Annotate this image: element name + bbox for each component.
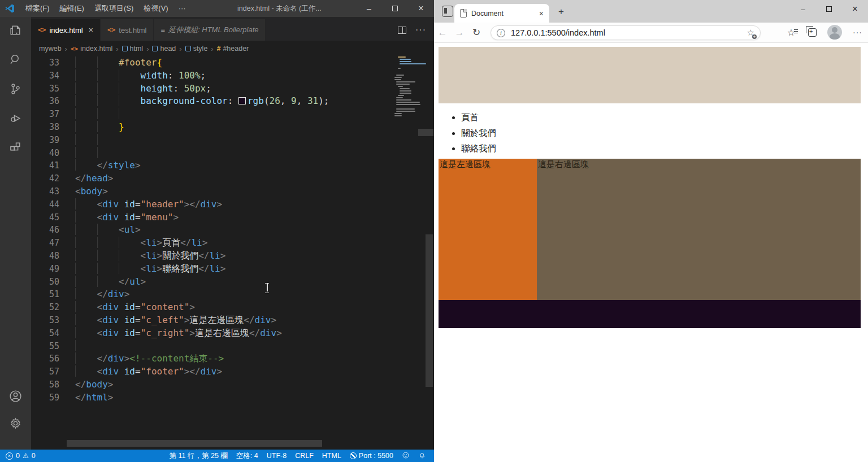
code-line[interactable]: 36background-color: rgb(26, 9, 31); (31, 95, 434, 108)
feedback-icon[interactable] (402, 451, 410, 461)
code-line[interactable]: 47<li>頁首</li> (31, 237, 434, 250)
add-favorite-icon[interactable]: ☆ (747, 28, 754, 38)
tab-actions-icon[interactable] (442, 6, 453, 17)
code-editor[interactable]: 33#footer{34width: 100%;35height: 50px;3… (31, 56, 434, 450)
code-line[interactable]: 41</style> (31, 159, 434, 172)
status-item[interactable]: 空格: 4 (236, 451, 258, 461)
browser-tab[interactable]: Document × (454, 4, 549, 23)
line-number: 39 (31, 134, 59, 147)
indent-guide (97, 276, 119, 287)
code-line[interactable]: 54<div id="c_right">這是右邊區塊</div> (31, 327, 434, 340)
menu-item[interactable]: 檢視(V) (138, 0, 173, 17)
editor-tab[interactable]: <>test.html (101, 19, 154, 41)
url-text[interactable]: 127.0.0.1:5500/index.html (511, 28, 605, 37)
code-line[interactable]: 55 (31, 340, 434, 353)
code-line[interactable]: 35height: 50px; (31, 82, 434, 95)
accounts-icon[interactable] (8, 389, 23, 403)
status-item[interactable]: 第 11 行，第 25 欄 (170, 451, 228, 461)
reload-icon[interactable]: ↻ (468, 27, 485, 38)
code-token: div (102, 328, 119, 338)
code-line[interactable]: 52<div id="content"> (31, 301, 434, 314)
favorites-icon[interactable]: ☆ (787, 27, 795, 38)
breadcrumb-item[interactable]: style (185, 45, 208, 53)
breadcrumb-item[interactable]: ##header (217, 45, 249, 53)
menu-item[interactable]: 檔案(F) (20, 0, 55, 17)
status-item[interactable]: CRLF (295, 452, 314, 460)
warnings-count[interactable]: 0 (32, 452, 36, 460)
indent-guide (97, 250, 119, 261)
editor-tab[interactable]: <>index.html× (31, 19, 101, 41)
browser-minimize-button[interactable]: – (790, 0, 816, 18)
site-info-icon[interactable]: i (497, 29, 505, 37)
editor-more-actions-icon[interactable]: ··· (415, 25, 426, 35)
search-icon[interactable] (8, 52, 23, 67)
extensions-icon[interactable] (8, 140, 23, 155)
back-icon[interactable]: ← (434, 27, 451, 38)
split-editor-icon[interactable] (398, 27, 406, 34)
tab-close-icon[interactable]: × (539, 9, 544, 18)
code-line[interactable]: 37 (31, 108, 434, 121)
profile-avatar[interactable] (827, 25, 842, 40)
code-line[interactable]: 33#footer{ (31, 56, 434, 69)
status-item[interactable]: HTML (322, 452, 341, 460)
code-line[interactable]: 42</head> (31, 172, 434, 185)
code-token: id (124, 366, 135, 377)
rendered-page: 頁首關於我們聯絡我們 這是左邊區塊 這是右邊區塊 (434, 43, 868, 462)
tab-close-icon[interactable]: × (89, 25, 93, 34)
code-line[interactable]: 44<div id="header"></div> (31, 198, 434, 211)
code-line[interactable]: 51</div> (31, 288, 434, 301)
code-token: > (202, 237, 208, 248)
collections-icon[interactable] (808, 28, 817, 37)
code-token (119, 328, 124, 338)
code-line[interactable]: 50</ul> (31, 276, 434, 289)
code-line[interactable]: 38} (31, 121, 434, 134)
code-line[interactable]: 43<body> (31, 185, 434, 198)
notifications-bell-icon[interactable] (418, 451, 426, 461)
code-line[interactable]: 57<div id="footer"></div> (31, 365, 434, 378)
status-item[interactable]: UTF-8 (267, 452, 287, 460)
breadcrumb-item[interactable]: <>index.html (71, 45, 112, 53)
code-line[interactable]: 48<li>關於我們</li> (31, 250, 434, 263)
address-bar[interactable]: i 127.0.0.1:5500/index.html ☆ (491, 25, 761, 40)
live-server-port[interactable]: Port : 5500 (350, 452, 393, 460)
code-line[interactable]: 58</body> (31, 378, 434, 391)
forward-icon[interactable]: → (451, 27, 468, 38)
menu-item[interactable]: 選取項目(S) (89, 0, 138, 17)
code-line[interactable]: 46<ul> (31, 224, 434, 237)
new-tab-button[interactable]: + (555, 6, 567, 18)
code-line[interactable]: 56</div><!--content結束--> (31, 352, 434, 365)
explorer-icon[interactable] (8, 23, 23, 37)
maximize-button[interactable] (382, 0, 408, 17)
settings-gear-icon[interactable] (8, 416, 23, 430)
browser-maximize-button[interactable] (816, 0, 842, 18)
code-line[interactable]: 39 (31, 134, 434, 147)
minimap[interactable] (394, 56, 424, 164)
code-line[interactable]: 45<div id="menu"> (31, 211, 434, 224)
minimap-slider[interactable] (418, 129, 433, 136)
browser-close-button[interactable]: × (842, 0, 868, 18)
menu-item[interactable]: ··· (173, 0, 191, 17)
breadcrumb-item[interactable]: head (152, 45, 176, 53)
breadcrumb-item[interactable]: myweb (39, 45, 62, 53)
vertical-scrollbar[interactable] (426, 234, 433, 387)
code-token: : (168, 70, 179, 81)
code-token: body (81, 186, 103, 197)
code-line[interactable]: 53<div id="c_left">這是左邊區塊</div> (31, 314, 434, 327)
errors-count[interactable]: 0 (16, 452, 20, 460)
code-line[interactable]: 40 (31, 147, 434, 160)
code-token: div (108, 289, 124, 299)
code-line[interactable]: 59</html> (31, 391, 434, 404)
code-line[interactable]: 49<li>聯絡我們</li> (31, 263, 434, 276)
browser-more-icon[interactable]: ··· (853, 28, 862, 37)
editor-tab[interactable]: ≡延伸模組: HTML Boilerplate (154, 19, 266, 41)
source-control-icon[interactable] (8, 81, 23, 96)
code-line[interactable]: 34width: 100%; (31, 69, 434, 82)
horizontal-scrollbar[interactable] (67, 440, 322, 447)
close-button[interactable]: × (408, 0, 434, 17)
breadcrumb-label: style (193, 45, 208, 53)
code-token: > (271, 315, 277, 325)
menu-item[interactable]: 編輯(E) (55, 0, 89, 17)
breadcrumb-item[interactable]: html (122, 45, 144, 53)
run-debug-icon[interactable] (8, 111, 23, 125)
minimize-button[interactable]: – (356, 0, 382, 17)
